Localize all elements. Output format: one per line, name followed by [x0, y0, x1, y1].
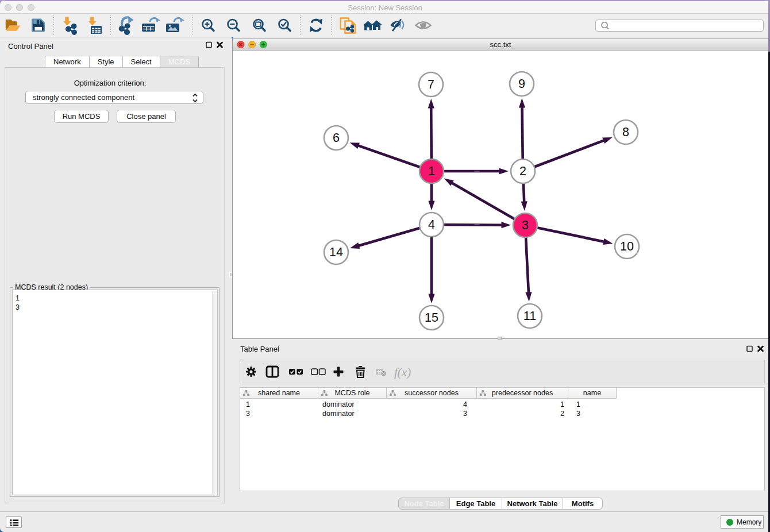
svg-text:6: 6: [333, 131, 340, 145]
svg-text:11: 11: [523, 309, 536, 323]
svg-text:10: 10: [620, 240, 634, 253]
svg-text:15: 15: [425, 311, 438, 325]
svg-text:4: 4: [428, 218, 435, 232]
svg-text:3: 3: [522, 218, 529, 232]
svg-text:8: 8: [622, 125, 629, 139]
svg-text:14: 14: [329, 245, 343, 259]
svg-text:7: 7: [428, 78, 434, 91]
svg-text:2: 2: [519, 164, 526, 178]
svg-text:1: 1: [428, 164, 435, 178]
svg-text:9: 9: [518, 77, 525, 91]
svg-text:f(x): f(x): [394, 365, 411, 379]
